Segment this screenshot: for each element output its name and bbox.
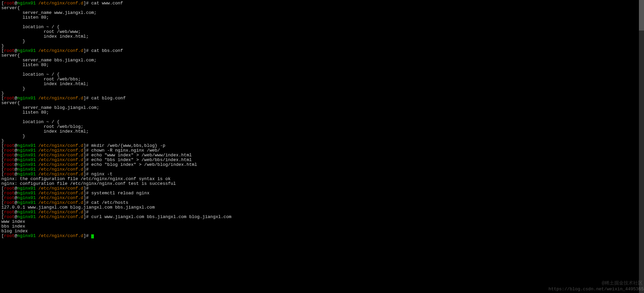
output-line: server_name www.jiangxl.com; <box>1 11 643 15</box>
output-text: location ~ / { <box>1 24 60 30</box>
output-text: index index.html; <box>1 81 88 86</box>
output-line: bbs index <box>1 224 643 229</box>
command-text: cat bbs.conf <box>89 48 123 53</box>
prompt-line: [root@nginx01 /etc/nginx/conf.d]# echo "… <box>1 158 643 162</box>
output-text: } <box>1 43 4 48</box>
output-line: listen 80; <box>1 110 643 115</box>
prompt-line: [root@nginx01 /etc/nginx/conf.d]# cat ww… <box>1 1 643 6</box>
output-line: root /web/www; <box>1 30 643 34</box>
prompt-line: [root@nginx01 /etc/nginx/conf.d]# <box>1 196 643 200</box>
output-line: blog index <box>1 229 643 234</box>
output-line: index index.html; <box>1 129 643 134</box>
command-text <box>89 195 92 200</box>
prompt-line: [root@nginx01 /etc/nginx/conf.d]# cat bb… <box>1 48 643 53</box>
output-line: server_name blog.jiangxl.com; <box>1 105 643 110</box>
output-line: index index.html; <box>1 82 643 86</box>
terminal-output[interactable]: [root@nginx01 /etc/nginx/conf.d]# cat ww… <box>1 1 643 238</box>
output-line: server{ <box>1 53 643 58</box>
output-text: listen 80; <box>1 62 49 67</box>
watermark-juejin: @稀土掘金技术社区 <box>602 281 643 286</box>
scrollbar-thumb[interactable] <box>639 0 644 31</box>
output-line: } <box>1 39 643 44</box>
output-line <box>1 115 643 120</box>
output-line <box>1 67 643 72</box>
watermark-csdn-url: https://blog.csdn.net/weixin_44953658 <box>548 287 644 292</box>
output-text: listen 80; <box>1 110 49 115</box>
command-text: nginx -t <box>89 172 113 177</box>
output-text: server_name www.jiangxl.com; <box>1 10 97 15</box>
output-line: server{ <box>1 6 643 11</box>
command-text <box>89 186 92 191</box>
command-text <box>89 167 92 172</box>
prompt-line: [root@nginx01 /etc/nginx/conf.d]# chown … <box>1 148 643 153</box>
output-text: } <box>1 138 4 143</box>
output-line: listen 80; <box>1 15 643 20</box>
output-line: root /web/blog; <box>1 124 643 129</box>
prompt-line: [root@nginx01 /etc/nginx/conf.d]# <box>1 186 643 191</box>
output-line: } <box>1 44 643 48</box>
output-line: } <box>1 91 643 96</box>
prompt-line: [root@nginx01 /etc/nginx/conf.d]# mkdir … <box>1 143 643 148</box>
output-text: nginx: configuration file /etc/nginx/ngi… <box>1 181 176 186</box>
output-line: index index.html; <box>1 34 643 39</box>
prompt-line: [root@nginx01 /etc/nginx/conf.d]# curl w… <box>1 215 643 219</box>
output-text: location ~ / { <box>1 119 60 124</box>
output-line: nginx: configuration file /etc/nginx/ngi… <box>1 181 643 186</box>
output-text: location ~ / { <box>1 72 60 77</box>
output-text: root /web/bbs; <box>1 77 81 82</box>
command-text: cat blog.conf <box>89 96 126 101</box>
output-line: server{ <box>1 101 643 105</box>
output-text: 127.0.0.1 www.jiangxl.com blog.jiangxl.c… <box>1 205 155 210</box>
output-line: listen 80; <box>1 63 643 67</box>
prompt-line-active: [root@nginx01 /etc/nginx/conf.d]# <box>1 234 643 238</box>
output-text: bbs index <box>1 224 25 229</box>
output-text: root /web/www; <box>1 29 81 34</box>
cursor <box>91 234 94 238</box>
output-text: server{ <box>1 53 20 58</box>
prompt-line: [root@nginx01 /etc/nginx/conf.d]# nginx … <box>1 172 643 177</box>
output-text: server_name blog.jiangxl.com; <box>1 105 99 110</box>
output-line: www index <box>1 219 643 224</box>
prompt-line: [root@nginx01 /etc/nginx/conf.d]# system… <box>1 191 643 196</box>
output-text: listen 80; <box>1 15 49 20</box>
output-line: location ~ / { <box>1 25 643 30</box>
output-line: location ~ / { <box>1 120 643 124</box>
output-text: } <box>1 86 25 91</box>
output-line: } <box>1 86 643 91</box>
output-text: server{ <box>1 100 20 105</box>
output-text: index index.html; <box>1 129 88 134</box>
command-text <box>89 210 92 215</box>
command-text: systemctl reload nginx <box>89 191 149 196</box>
output-text: } <box>1 91 4 96</box>
output-line: } <box>1 134 643 139</box>
output-text: index index.html; <box>1 34 88 39</box>
prompt-line: [root@nginx01 /etc/nginx/conf.d]# <box>1 210 643 215</box>
command-text: echo "blog index" > /web/blog/index.html <box>89 162 197 167</box>
command-text: echo "www index" > /web/www/index.html <box>89 153 192 158</box>
output-line <box>1 20 643 25</box>
output-text: server{ <box>1 5 20 11</box>
output-text: server_name bbs.jiangxl.com; <box>1 58 97 63</box>
output-text: blog index <box>1 229 28 234</box>
output-line: location ~ / { <box>1 72 643 77</box>
command-text: cat /etc/hosts <box>89 200 128 205</box>
output-line: root /web/bbs; <box>1 77 643 82</box>
output-text: nginx: the configuration file /etc/nginx… <box>1 176 170 181</box>
output-text: } <box>1 39 25 44</box>
output-line: } <box>1 139 643 143</box>
output-text: root /web/blog; <box>1 124 83 129</box>
command-text: mkdir /web/{www,bbs,blog} -p <box>89 143 165 148</box>
output-text: } <box>1 134 25 139</box>
prompt-line: [root@nginx01 /etc/nginx/conf.d]# <box>1 167 643 172</box>
prompt-line: [root@nginx01 /etc/nginx/conf.d]# cat bl… <box>1 96 643 101</box>
prompt-line: [root@nginx01 /etc/nginx/conf.d]# echo "… <box>1 162 643 167</box>
command-text: chown -R nginx.nginx /web/ <box>89 148 160 153</box>
command-text: cat www.conf <box>89 1 123 6</box>
scrollbar[interactable] <box>639 0 644 293</box>
command-text: curl www.jiangxl.com bbs.jiangxl.com blo… <box>89 214 232 219</box>
prompt-line: [root@nginx01 /etc/nginx/conf.d]# echo "… <box>1 153 643 158</box>
output-text: www index <box>1 219 25 224</box>
output-line: nginx: the configuration file /etc/nginx… <box>1 177 643 181</box>
command-text: echo "bbs index" > /web/bbs/index.html <box>89 157 192 162</box>
output-line: 127.0.0.1 www.jiangxl.com blog.jiangxl.c… <box>1 205 643 210</box>
